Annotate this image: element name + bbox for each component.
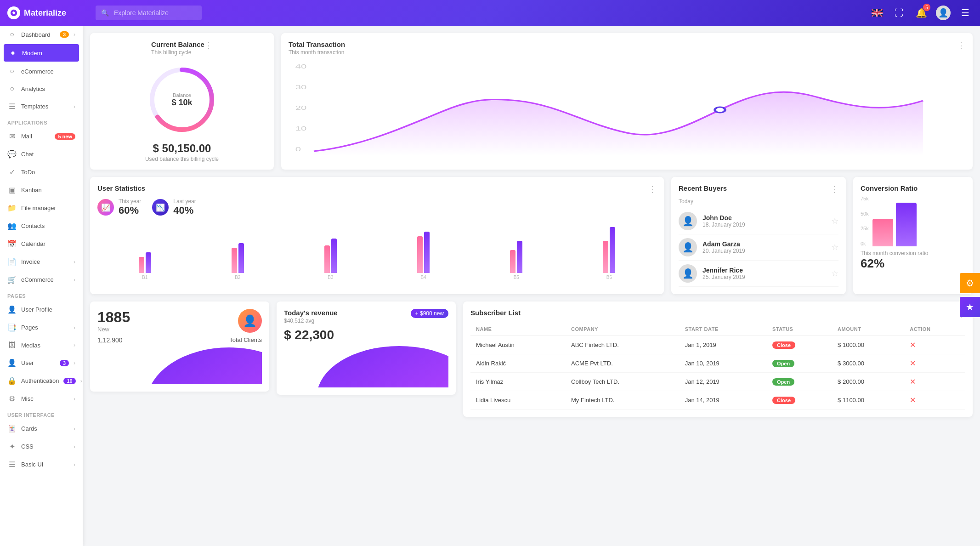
- sidebar-item-contacts[interactable]: 👥 Contacts: [0, 217, 83, 235]
- sidebar-item-chat[interactable]: 💬 Chat: [0, 145, 83, 163]
- last-year-icon: 📉: [152, 199, 169, 216]
- buyer-star-3[interactable]: ☆: [831, 268, 838, 279]
- buyer-star-2[interactable]: ☆: [831, 242, 838, 252]
- conversion-card-header: Conversion Ratio: [861, 184, 965, 192]
- buyer-row-1: 👤 John Doe 18. January 2019 ☆: [679, 208, 838, 234]
- pages-icon: 📑: [7, 323, 17, 332]
- svg-text:20: 20: [295, 105, 307, 111]
- chevron-right-icon: ›: [74, 426, 75, 432]
- kanban-icon: ▣: [7, 186, 17, 194]
- buyer-date-2: 20. January 2019: [702, 248, 826, 254]
- row3-action[interactable]: ✕: [904, 373, 965, 391]
- sidebar-item-cards[interactable]: 🃏 Cards ›: [0, 420, 83, 438]
- main-content: Current Balance This billing cycle ⋮: [83, 26, 980, 546]
- notifications-icon[interactable]: 🔔 5: [914, 6, 929, 20]
- buyer-name-2: Adam Garza: [702, 240, 826, 248]
- stats-menu-icon[interactable]: ⋮: [648, 184, 657, 194]
- sidebar-item-dashboard[interactable]: ○ Dashboard 3 ›: [0, 26, 83, 43]
- contacts-icon: 👥: [7, 222, 17, 230]
- chevron-right-icon: ›: [80, 378, 82, 384]
- subscriber-table: NAME COMPANY START DATE STATUS AMOUNT AC…: [470, 323, 965, 410]
- language-icon[interactable]: [870, 6, 884, 20]
- sidebar-item-kanban[interactable]: ▣ Kanban: [0, 181, 83, 199]
- sidebar-item-userprofile[interactable]: 👤 User Profile: [0, 301, 83, 318]
- delete-icon[interactable]: ✕: [910, 378, 916, 386]
- buyer-star-1[interactable]: ☆: [831, 216, 838, 226]
- sidebar-item-user[interactable]: 👤 User 3 ›: [0, 354, 83, 372]
- row3-amount: $ 2000.00: [832, 373, 904, 391]
- chevron-right-icon: ›: [74, 444, 75, 450]
- chevron-right-icon: ›: [74, 277, 75, 283]
- stats-metrics: 📈 This year 60% 📉 Last year 40%: [97, 198, 657, 216]
- mail-icon: ✉: [7, 132, 17, 141]
- revenue-chart: [284, 346, 448, 387]
- row1-action[interactable]: ✕: [904, 336, 965, 354]
- stats-card-header: User Statistics ⋮: [97, 184, 657, 194]
- transaction-titles: Total Transaction This month transaction: [289, 40, 345, 56]
- row1-company: ABC Fintech LTD.: [566, 336, 680, 354]
- row4-action[interactable]: ✕: [904, 391, 965, 410]
- delete-icon[interactable]: ✕: [910, 341, 916, 349]
- css-icon: ✦: [7, 442, 17, 451]
- sidebar-item-basicui[interactable]: ☰ Basic UI ›: [0, 455, 83, 473]
- transaction-menu-icon[interactable]: ⋮: [957, 40, 965, 51]
- svg-text:30: 30: [295, 84, 307, 90]
- sidebar-item-calendar[interactable]: 📅 Calendar: [0, 235, 83, 253]
- conversion-chart: 75k 50k 25k 0k: [861, 196, 965, 246]
- clients-label: New: [97, 326, 130, 333]
- menu-icon[interactable]: ☰: [958, 6, 973, 20]
- chevron-right-icon: ›: [74, 396, 75, 402]
- sidebar-item-modern[interactable]: ● Modern: [4, 44, 79, 62]
- table-row: Iris Yilmaz Collboy Tech LTD. Jan 12, 20…: [470, 373, 965, 391]
- bookmark-float-button[interactable]: ★: [960, 297, 980, 317]
- buyer-name-3: Jennifer Rice: [702, 267, 826, 274]
- col-amount: AMOUNT: [832, 323, 904, 336]
- sidebar-item-invoice[interactable]: 📄 Invoice ›: [0, 253, 83, 271]
- search-input[interactable]: [96, 6, 202, 20]
- sidebar-item-css[interactable]: ✦ CSS ›: [0, 438, 83, 455]
- buyers-section-label: Today: [679, 198, 838, 205]
- balance-menu-icon[interactable]: ⋮: [204, 40, 213, 51]
- user-icon: 👤: [7, 358, 17, 367]
- sidebar-item-ecommerce2[interactable]: 🛒 eCommerce ›: [0, 271, 83, 289]
- buyers-menu-icon[interactable]: ⋮: [830, 184, 838, 194]
- sidebar-item-analytics[interactable]: ○ Analytics: [0, 80, 83, 97]
- sidebar-item-templates[interactable]: ☰ Templates ›: [0, 97, 83, 115]
- clients-text: 1885 New 1,12,900: [97, 309, 130, 344]
- conv-y-labels: 75k 50k 25k 0k: [861, 196, 871, 246]
- sidebar-item-misc[interactable]: ⚙ Misc ›: [0, 390, 83, 408]
- buyer-row-2: 👤 Adam Garza 20. January 2019 ☆: [679, 234, 838, 261]
- conv-bar-pink: [872, 219, 893, 246]
- sidebar-item-pages[interactable]: 📑 Pages ›: [0, 318, 83, 336]
- authentication-icon: 🔒: [7, 376, 17, 385]
- delete-icon[interactable]: ✕: [910, 396, 916, 404]
- chevron-right-icon: ›: [74, 360, 75, 366]
- table-header-row: NAME COMPANY START DATE STATUS AMOUNT AC…: [470, 323, 965, 336]
- status-badge-open: Open: [772, 360, 794, 367]
- bar-b4-purple: [424, 232, 430, 273]
- avatar: 👤: [936, 6, 951, 20]
- buyer-info-2: Adam Garza 20. January 2019: [702, 240, 826, 254]
- row2-action[interactable]: ✕: [904, 354, 965, 373]
- bar-b1-purple: [146, 252, 151, 273]
- sidebar-item-todo[interactable]: ✓ ToDo: [0, 163, 83, 181]
- conv-label-50k: 50k: [861, 211, 869, 216]
- row2-status: Open: [767, 354, 832, 373]
- sidebar-item-filemanager[interactable]: 📁 File manager: [0, 199, 83, 217]
- settings-float-button[interactable]: ⚙: [960, 273, 980, 293]
- buyer-name-1: John Doe: [702, 214, 826, 222]
- sidebar-item-authentication[interactable]: 🔒 Authentication 10 ›: [0, 372, 83, 390]
- col-name: NAME: [470, 323, 566, 336]
- col-status: STATUS: [767, 323, 832, 336]
- userprofile-icon: 👤: [7, 305, 17, 314]
- delete-icon[interactable]: ✕: [910, 359, 916, 367]
- sidebar-item-mail[interactable]: ✉ Mail 5 new: [0, 127, 83, 145]
- bar-label-b3: B3: [328, 275, 333, 280]
- row1-amount: $ 1000.00: [832, 336, 904, 354]
- sidebar-item-medias[interactable]: 🖼 Medias ›: [0, 336, 83, 354]
- user-avatar-btn[interactable]: 👤: [936, 6, 951, 20]
- bar-label-b6: B6: [606, 275, 612, 280]
- row3-name: Iris Yilmaz: [470, 373, 566, 391]
- fullscreen-icon[interactable]: ⛶: [892, 6, 906, 20]
- sidebar-item-ecommerce[interactable]: ○ eCommerce: [0, 63, 83, 80]
